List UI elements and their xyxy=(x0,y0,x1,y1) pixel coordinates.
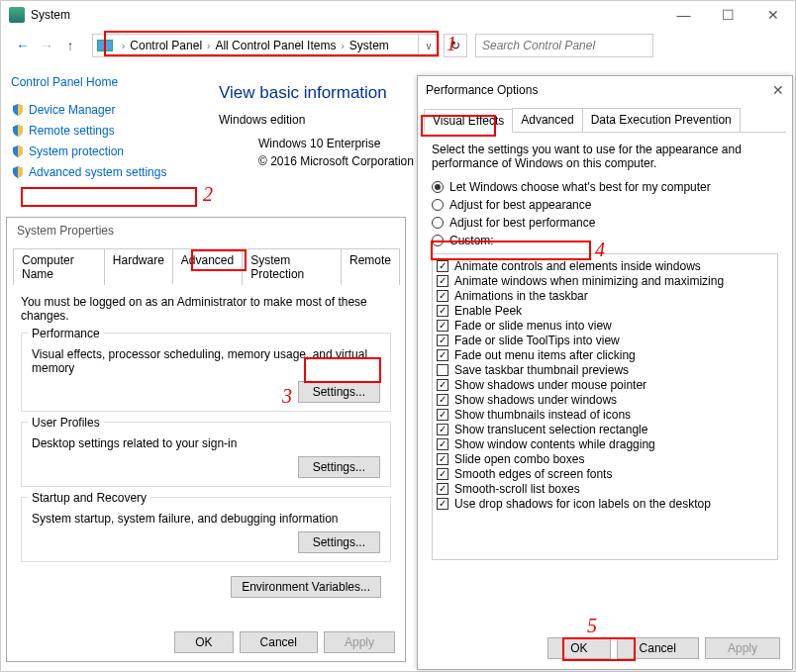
ok-button[interactable]: OK xyxy=(174,631,233,653)
advanced-system-settings-link[interactable]: Advanced system settings xyxy=(11,165,209,179)
group-desc: Desktop settings related to your sign-in xyxy=(32,436,380,450)
tab-remote[interactable]: Remote xyxy=(341,248,400,285)
refresh-button[interactable]: ↻ xyxy=(444,34,467,57)
search-input[interactable] xyxy=(475,34,653,57)
checklist-label: Show window contents while dragging xyxy=(454,437,655,451)
dialog-title: System Properties xyxy=(7,218,405,243)
cancel-button[interactable]: Cancel xyxy=(240,631,318,653)
checkbox-icon: ✓ xyxy=(437,409,448,421)
tab-advanced[interactable]: Advanced xyxy=(172,248,243,285)
window-title: System xyxy=(31,8,70,22)
group-desc: System startup, system failure, and debu… xyxy=(32,512,380,526)
window-controls: — ☐ ✕ xyxy=(661,1,795,29)
minimize-button[interactable]: — xyxy=(661,1,706,29)
system-icon xyxy=(9,7,25,23)
checklist-label: Smooth-scroll list boxes xyxy=(454,482,580,496)
close-button[interactable]: ✕ xyxy=(750,1,795,29)
apply-button[interactable]: Apply xyxy=(705,637,780,659)
maximize-button[interactable]: ☐ xyxy=(706,1,750,29)
system-protection-link[interactable]: System protection xyxy=(11,144,209,158)
checklist-item[interactable]: ✓Animations in the taskbar xyxy=(437,289,773,303)
tab-body: You must be logged on as an Administrato… xyxy=(7,285,405,582)
annotation-box-2 xyxy=(21,187,197,207)
radio-best-performance[interactable]: Adjust for best performance xyxy=(432,216,778,230)
checklist-item[interactable]: ✓Fade out menu items after clicking xyxy=(437,348,773,362)
crumb-system[interactable]: System xyxy=(349,39,389,52)
breadcrumb[interactable]: › Control Panel › All Control Panel Item… xyxy=(92,34,419,57)
visual-effects-checklist[interactable]: ✓Animate controls and elements inside wi… xyxy=(432,253,778,560)
checklist-item[interactable]: ✓Show shadows under mouse pointer xyxy=(437,378,773,392)
checklist-item[interactable]: ✓Show shadows under windows xyxy=(437,393,773,407)
user-profiles-settings-button[interactable]: Settings... xyxy=(298,456,380,478)
radio-best-appearance[interactable]: Adjust for best appearance xyxy=(432,198,778,212)
crumb-all-items[interactable]: All Control Panel Items xyxy=(215,39,336,52)
tab-visual-effects[interactable]: Visual Effects xyxy=(424,109,513,133)
tab-computer-name[interactable]: Computer Name xyxy=(13,248,105,285)
checkbox-icon: ✓ xyxy=(437,335,448,346)
checkbox-icon: ✓ xyxy=(437,260,448,272)
remote-settings-link[interactable]: Remote settings xyxy=(11,124,209,138)
pc-icon xyxy=(97,40,113,51)
annotation-number-2: 2 xyxy=(203,183,213,206)
checkbox-icon: ✓ xyxy=(437,483,448,495)
dialog-title: Performance Options xyxy=(426,83,538,97)
checklist-item[interactable]: ✓Show window contents while dragging xyxy=(437,437,773,451)
dialog-footer: OK Cancel Apply xyxy=(547,637,780,659)
checklist-item[interactable]: ✓Use drop shadows for icon labels on the… xyxy=(437,497,773,511)
back-button[interactable]: ← xyxy=(11,34,35,57)
close-button[interactable]: ✕ xyxy=(772,82,784,98)
checklist-item[interactable]: ✓Animate windows when minimizing and max… xyxy=(437,274,773,288)
link-label: System protection xyxy=(29,144,124,158)
performance-options-dialog: Performance Options ✕ Visual Effects Adv… xyxy=(417,75,793,670)
checklist-item[interactable]: ✓Smooth edges of screen fonts xyxy=(437,467,773,481)
checkbox-icon: ✓ xyxy=(437,275,448,287)
checklist-item[interactable]: ✓Smooth-scroll list boxes xyxy=(437,482,773,496)
breadcrumb-dropdown[interactable]: v xyxy=(418,34,440,57)
checklist-label: Show translucent selection rectangle xyxy=(454,423,647,436)
control-panel-home-link[interactable]: Control Panel Home xyxy=(11,75,209,89)
tab-hardware[interactable]: Hardware xyxy=(104,248,173,285)
group-desc: Visual effects, processor scheduling, me… xyxy=(32,347,380,375)
tab-advanced[interactable]: Advanced xyxy=(512,108,582,132)
tab-system-protection[interactable]: System Protection xyxy=(242,248,342,285)
checklist-item[interactable]: ✓Fade or slide ToolTips into view xyxy=(437,334,773,347)
checklist-label: Enable Peek xyxy=(454,304,522,318)
startup-settings-button[interactable]: Settings... xyxy=(298,531,380,553)
shield-icon xyxy=(11,144,25,158)
radio-custom[interactable]: Custom: xyxy=(432,234,778,247)
crumb-control-panel[interactable]: Control Panel xyxy=(130,39,202,52)
titlebar: System — ☐ ✕ xyxy=(1,1,795,29)
checklist-item[interactable]: ✓Show translucent selection rectangle xyxy=(437,423,773,436)
environment-variables-button[interactable]: Environment Variables... xyxy=(231,576,381,598)
startup-recovery-group: Startup and Recovery System startup, sys… xyxy=(21,497,391,562)
checklist-item[interactable]: ✓Enable Peek xyxy=(437,304,773,318)
up-button[interactable]: ↑ xyxy=(58,34,82,57)
left-panel: Control Panel Home Device Manager Remote… xyxy=(11,75,209,186)
radio-let-windows-choose[interactable]: Let Windows choose what's best for my co… xyxy=(432,180,778,194)
device-manager-link[interactable]: Device Manager xyxy=(11,103,209,117)
radio-label: Adjust for best performance xyxy=(449,216,595,230)
performance-group: Performance Visual effects, processor sc… xyxy=(21,333,391,412)
link-label: Advanced system settings xyxy=(29,165,166,179)
checkbox-icon: ✓ xyxy=(437,424,448,435)
cancel-button[interactable]: Cancel xyxy=(617,637,699,659)
checkbox-icon: ✓ xyxy=(437,468,448,480)
apply-button[interactable]: Apply xyxy=(324,631,395,653)
radio-icon xyxy=(432,199,444,211)
radio-icon xyxy=(432,181,444,193)
tab-dep[interactable]: Data Execution Prevention xyxy=(582,108,741,132)
ok-button[interactable]: OK xyxy=(547,637,610,659)
checklist-item[interactable]: Save taskbar thumbnail previews xyxy=(437,363,773,377)
checklist-item[interactable]: ✓Animate controls and elements inside wi… xyxy=(437,259,773,273)
breadcrumb-sep-icon: › xyxy=(122,41,125,51)
checklist-label: Animations in the taskbar xyxy=(454,289,588,303)
forward-button[interactable]: → xyxy=(35,34,58,57)
link-label: Device Manager xyxy=(29,103,115,117)
breadcrumb-sep-icon: › xyxy=(207,41,210,51)
checklist-item[interactable]: ✓Slide open combo boxes xyxy=(437,452,773,466)
radio-icon xyxy=(432,217,444,229)
performance-settings-button[interactable]: Settings... xyxy=(298,381,380,403)
tab-body: Select the settings you want to use for … xyxy=(418,133,792,570)
checklist-item[interactable]: ✓Show thumbnails instead of icons xyxy=(437,408,773,422)
checklist-item[interactable]: ✓Fade or slide menus into view xyxy=(437,319,773,333)
